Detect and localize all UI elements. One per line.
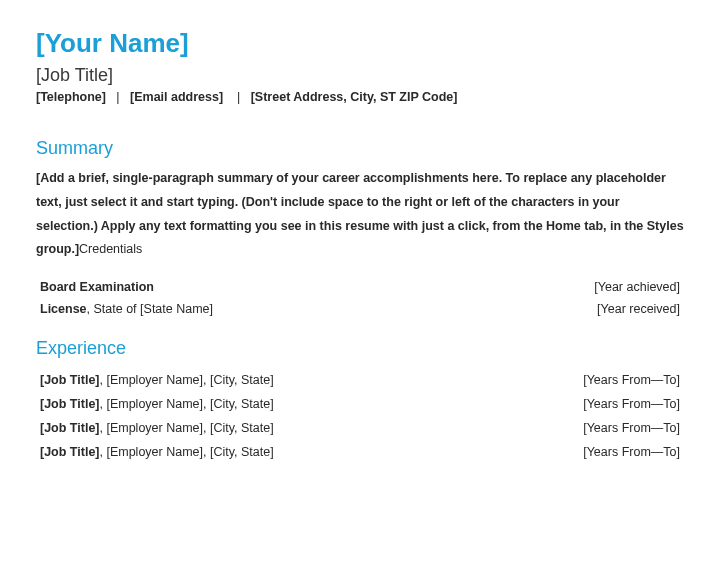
experience-title: [Job Title] (40, 421, 100, 435)
experience-row: [Job Title], [Employer Name], [City, Sta… (40, 445, 680, 459)
experience-title: [Job Title] (40, 445, 100, 459)
resume-name: [Your Name] (36, 28, 684, 59)
experience-details: , [Employer Name], [City, State] (100, 373, 274, 387)
credential-row: License, State of [State Name] [Year rec… (40, 302, 680, 316)
experience-left: [Job Title], [Employer Name], [City, Sta… (40, 445, 274, 459)
credential-year: [Year received] (597, 302, 680, 316)
credentials-block: Board Examination [Year achieved] Licens… (36, 280, 684, 316)
credential-row: Board Examination [Year achieved] (40, 280, 680, 294)
credential-rest: , State of [State Name] (87, 302, 213, 316)
experience-details: , [Employer Name], [City, State] (100, 397, 274, 411)
summary-body: [Add a brief, single-paragraph summary o… (36, 167, 684, 262)
separator: | (227, 90, 248, 104)
resume-job-title: [Job Title] (36, 65, 684, 86)
experience-heading: Experience (36, 338, 684, 359)
contact-email: [Email address] (130, 90, 223, 104)
experience-row: [Job Title], [Employer Name], [City, Sta… (40, 397, 680, 411)
contact-telephone: [Telephone] (36, 90, 106, 104)
experience-details: , [Employer Name], [City, State] (100, 445, 274, 459)
credential-year: [Year achieved] (594, 280, 680, 294)
credential-label: License (40, 302, 87, 316)
experience-block: [Job Title], [Employer Name], [City, Sta… (36, 373, 684, 459)
credential-left: License, State of [State Name] (40, 302, 213, 316)
experience-years: [Years From—To] (583, 373, 680, 387)
experience-row: [Job Title], [Employer Name], [City, Sta… (40, 421, 680, 435)
experience-left: [Job Title], [Employer Name], [City, Sta… (40, 397, 274, 411)
credential-left: Board Examination (40, 280, 154, 294)
experience-row: [Job Title], [Employer Name], [City, Sta… (40, 373, 680, 387)
separator: | (109, 90, 126, 104)
contact-address: [Street Address, City, ST ZIP Code] (251, 90, 458, 104)
credential-label: Board Examination (40, 280, 154, 294)
experience-details: , [Employer Name], [City, State] (100, 421, 274, 435)
experience-years: [Years From—To] (583, 421, 680, 435)
experience-title: [Job Title] (40, 397, 100, 411)
summary-trailing: Credentials (79, 242, 142, 256)
summary-heading: Summary (36, 138, 684, 159)
experience-left: [Job Title], [Employer Name], [City, Sta… (40, 373, 274, 387)
experience-years: [Years From—To] (583, 445, 680, 459)
experience-title: [Job Title] (40, 373, 100, 387)
experience-years: [Years From—To] (583, 397, 680, 411)
experience-left: [Job Title], [Employer Name], [City, Sta… (40, 421, 274, 435)
contact-line: [Telephone] | [Email address] | [Street … (36, 90, 684, 104)
